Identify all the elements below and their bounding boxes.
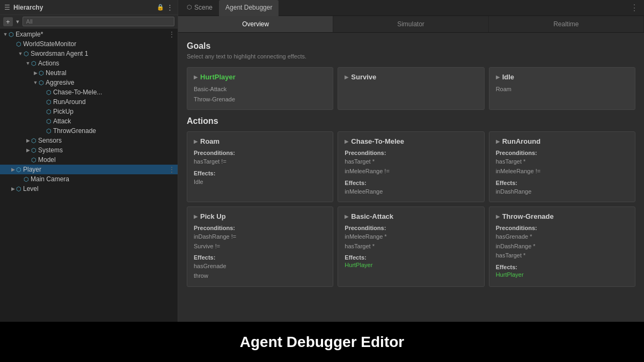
action-card-4[interactable]: ▶Basic-AttackPreconditions:inMeleeRange … xyxy=(338,206,484,286)
goal-card-title-1: Survive xyxy=(351,73,376,81)
action-card-title-5: Throw-Grenade xyxy=(502,212,554,220)
action-card-title-4: Basic-Attack xyxy=(351,212,393,220)
tree-label-model: Model xyxy=(38,156,56,164)
sub-tab-overview[interactable]: Overview xyxy=(178,16,333,32)
tree-icon-throwgrenade: ⬡ xyxy=(46,128,52,135)
goal-card-title-0: HurtPlayer xyxy=(200,73,236,81)
tree-icon-swordsman: ⬡ xyxy=(24,50,29,57)
precond-label-1: Preconditions: xyxy=(345,150,477,156)
hierarchy-header: ☰ Hierarchy 🔒 ⋮ xyxy=(0,0,178,15)
tree-label-actions: Actions xyxy=(38,60,59,67)
tree-dots-example[interactable]: ⋮ xyxy=(168,30,175,39)
tree-label-level: Level xyxy=(23,185,39,193)
tree-icon-sensors: ⬡ xyxy=(31,137,36,144)
tree-arrow-swordsman: ▼ xyxy=(17,51,24,56)
tree-label-sensors: Sensors xyxy=(38,137,62,144)
effects-label-5: Effects: xyxy=(496,264,628,270)
goals-title: Goals xyxy=(187,41,635,51)
more-icon[interactable]: ⋮ xyxy=(166,3,173,11)
effects-label-3: Effects: xyxy=(194,254,326,261)
sub-tab-bar: OverviewSimulatorRealtime xyxy=(178,16,644,33)
action-card-arrow-1: ▶ xyxy=(345,138,349,144)
hierarchy-panel: ☰ Hierarchy 🔒 ⋮ + ▾ ▼⬡Example*⋮⬡WorldSta… xyxy=(0,0,178,322)
effects-vals-2: inDashRange xyxy=(496,187,628,197)
action-card-title-1: Chase-To-Melee xyxy=(351,137,404,145)
card-arrow-1: ▶ xyxy=(345,74,349,80)
tree-item-player[interactable]: ▶⬡Player⋮ xyxy=(0,165,178,174)
effects-vals-5: HurtPlayer xyxy=(496,271,628,278)
tree-item-model[interactable]: ⬡Model xyxy=(0,155,178,165)
actions-row-1: ▶RoamPreconditions:hasTarget !=Effects:I… xyxy=(187,131,635,202)
action-card-arrow-4: ▶ xyxy=(345,213,349,219)
tree-item-systems[interactable]: ▶⬡Systems xyxy=(0,145,178,155)
precond-label-2: Preconditions: xyxy=(496,150,628,156)
tree-icon-level: ⬡ xyxy=(16,186,21,193)
search-input[interactable] xyxy=(23,17,174,26)
goal-card-2[interactable]: ▶IdleRoam xyxy=(489,67,635,110)
tree-label-runaround: RunAround xyxy=(53,98,86,106)
action-card-title-0: Roam xyxy=(200,137,219,145)
tree-item-attack[interactable]: ⬡Attack xyxy=(0,116,178,126)
tree-icon-neutral: ⬡ xyxy=(39,70,44,77)
tab-agent-debugger[interactable]: Agent Debugger xyxy=(219,0,279,16)
goal-card-body-2: Roam xyxy=(496,84,628,94)
tree-label-throwgrenade: ThrowGrenade xyxy=(53,127,96,135)
tree-item-neutral[interactable]: ▶⬡Neutral xyxy=(0,68,178,78)
tab-scene[interactable]: ⬡ Scene xyxy=(180,0,219,16)
tree-item-aggresive[interactable]: ▼⬡Aggresive xyxy=(0,78,178,87)
effects-vals-0: Idle xyxy=(194,178,326,187)
tree-item-actions[interactable]: ▼⬡Actions xyxy=(0,58,178,68)
action-card-5[interactable]: ▶Throw-GrenadePreconditions:hasGrenade *… xyxy=(489,206,635,286)
precond-vals-5: hasGrenade *inDashRange *hasTarget * xyxy=(496,232,628,261)
card-arrow-0: ▶ xyxy=(194,74,198,80)
action-card-0[interactable]: ▶RoamPreconditions:hasTarget !=Effects:I… xyxy=(187,131,333,202)
actions-section: Actions ▶RoamPreconditions:hasTarget !=E… xyxy=(187,116,635,286)
tree-icon-maincamera: ⬡ xyxy=(24,176,29,183)
tree-item-maincamera[interactable]: ⬡Main Camera xyxy=(0,174,178,184)
goal-card-1[interactable]: ▶Survive xyxy=(338,67,484,110)
goals-subtitle: Select any text to highlight connecting … xyxy=(187,53,635,60)
action-card-arrow-5: ▶ xyxy=(496,213,500,219)
precond-label-5: Preconditions: xyxy=(496,225,628,231)
tree-label-chasetomele: Chase-To-Mele... xyxy=(53,88,102,96)
tree-label-neutral: Neutral xyxy=(46,69,67,77)
action-card-3[interactable]: ▶Pick UpPreconditions:inDashRange !=Surv… xyxy=(187,206,333,286)
precond-label-3: Preconditions: xyxy=(194,225,326,231)
action-card-2[interactable]: ▶RunAroundPreconditions:hasTarget *inMel… xyxy=(489,131,635,202)
goal-card-title-2: Idle xyxy=(502,73,514,81)
debugger-content: Goals Select any text to highlight conne… xyxy=(178,33,644,322)
precond-vals-3: inDashRange !=Survive != xyxy=(194,232,326,251)
effects-label-2: Effects: xyxy=(496,180,628,186)
goal-card-body-0: Basic-AttackThrow-Grenade xyxy=(194,84,326,104)
tree-label-player: Player xyxy=(23,166,41,173)
tree-item-worldstate[interactable]: ⬡WorldStateMonitor xyxy=(0,39,178,49)
tree-label-maincamera: Main Camera xyxy=(31,175,69,183)
tree-item-sensors[interactable]: ▶⬡Sensors xyxy=(0,136,178,145)
tab-more-icon[interactable]: ⋮ xyxy=(627,3,642,13)
action-card-arrow-0: ▶ xyxy=(194,138,198,144)
lock-icon: 🔒 xyxy=(157,4,164,11)
action-card-1[interactable]: ▶Chase-To-MeleePreconditions:hasTarget *… xyxy=(338,131,484,202)
dropdown-arrow-icon: ▾ xyxy=(16,18,19,25)
tree-icon-player: ⬡ xyxy=(16,166,21,173)
tree-icon-aggresive: ⬡ xyxy=(39,79,44,86)
precond-vals-4: inMeleeRange *hasTarget * xyxy=(345,232,477,251)
tree-item-example[interactable]: ▼⬡Example*⋮ xyxy=(0,29,178,39)
tree-item-pickup[interactable]: ⬡PickUp xyxy=(0,107,178,116)
hierarchy-toolbar: + ▾ xyxy=(0,15,178,28)
tree-item-swordsman[interactable]: ▼⬡Swordsman Agent 1 xyxy=(0,49,178,58)
tree-dots-player[interactable]: ⋮ xyxy=(168,165,175,174)
tree-icon-pickup: ⬡ xyxy=(46,108,52,115)
tree-item-chasetomele[interactable]: ⬡Chase-To-Mele... xyxy=(0,87,178,97)
sub-tab-simulator[interactable]: Simulator xyxy=(333,16,488,32)
tree-icon-runaround: ⬡ xyxy=(46,99,52,106)
goal-card-0[interactable]: ▶HurtPlayerBasic-AttackThrow-Grenade xyxy=(187,67,333,110)
card-arrow-2: ▶ xyxy=(496,74,500,80)
tree-item-level[interactable]: ▶⬡Level xyxy=(0,184,178,194)
precond-vals-2: hasTarget *inMeleeRange != xyxy=(496,157,628,176)
tree-item-throwgrenade[interactable]: ⬡ThrowGrenade xyxy=(0,126,178,136)
sub-tab-realtime[interactable]: Realtime xyxy=(489,16,644,32)
tree-item-runaround[interactable]: ⬡RunAround xyxy=(0,97,178,107)
add-button[interactable]: + xyxy=(3,17,13,26)
tree-arrow-example: ▼ xyxy=(2,32,9,37)
